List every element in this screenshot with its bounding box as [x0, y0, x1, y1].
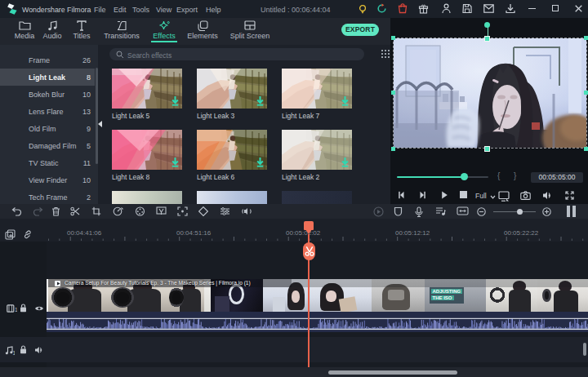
svg-text:1: 1	[13, 350, 16, 356]
svg-text:1: 1	[15, 307, 17, 313]
